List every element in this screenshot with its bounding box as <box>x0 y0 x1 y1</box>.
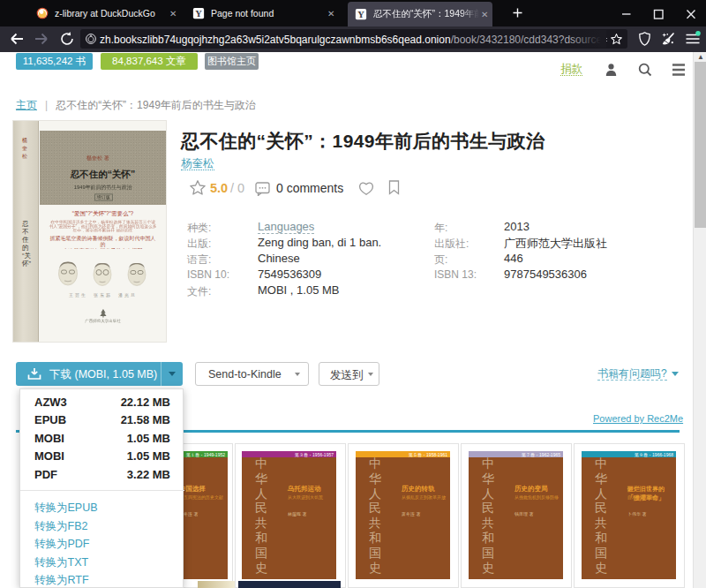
svg-text:Y: Y <box>357 10 364 19</box>
svg-text:Y: Y <box>195 9 202 19</box>
